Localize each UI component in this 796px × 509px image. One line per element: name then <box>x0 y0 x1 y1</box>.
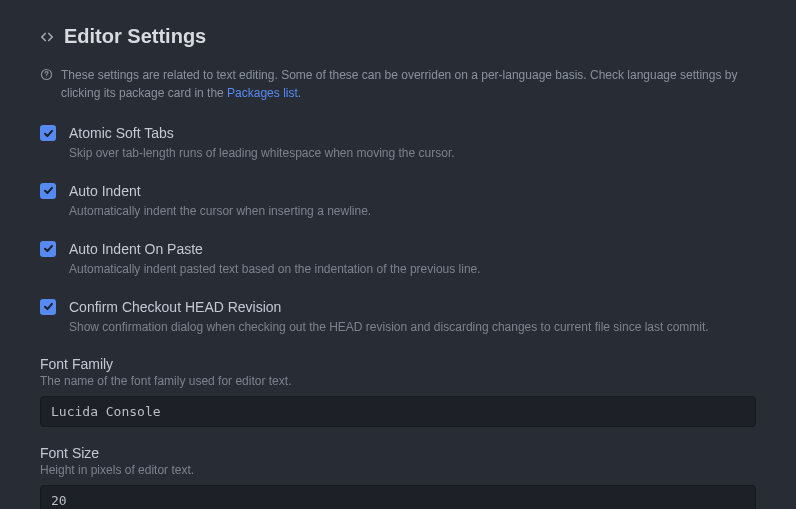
setting-label: Confirm Checkout HEAD Revision <box>69 298 756 316</box>
font-size-input[interactable] <box>40 485 756 509</box>
checkbox-atomic-soft-tabs[interactable] <box>40 125 56 141</box>
setting-desc: Automatically indent pasted text based o… <box>69 261 756 278</box>
checkbox-confirm-checkout-head[interactable] <box>40 299 56 315</box>
font-family-input[interactable] <box>40 396 756 427</box>
field-desc: Height in pixels of editor text. <box>40 463 756 477</box>
packages-list-link[interactable]: Packages list <box>227 86 298 100</box>
setting-auto-indent: Auto Indent Automatically indent the cur… <box>40 182 756 220</box>
setting-auto-indent-on-paste: Auto Indent On Paste Automatically inden… <box>40 240 756 278</box>
setting-label: Auto Indent On Paste <box>69 240 756 258</box>
intro-note: These settings are related to text editi… <box>40 66 756 102</box>
intro-prefix: These settings are related to text editi… <box>61 68 737 100</box>
question-circle-icon <box>40 66 53 81</box>
field-font-size: Font Size Height in pixels of editor tex… <box>40 445 756 509</box>
page-title-row: Editor Settings <box>40 25 756 48</box>
field-font-family: Font Family The name of the font family … <box>40 356 756 427</box>
page-title: Editor Settings <box>64 25 206 48</box>
svg-point-1 <box>46 77 47 78</box>
checkbox-auto-indent-on-paste[interactable] <box>40 241 56 257</box>
intro-text: These settings are related to text editi… <box>61 66 756 102</box>
setting-label: Atomic Soft Tabs <box>69 124 756 142</box>
code-icon <box>40 30 54 44</box>
setting-label: Auto Indent <box>69 182 756 200</box>
setting-desc: Automatically indent the cursor when ins… <box>69 203 756 220</box>
setting-confirm-checkout-head: Confirm Checkout HEAD Revision Show conf… <box>40 298 756 336</box>
setting-desc: Show confirmation dialog when checking o… <box>69 319 756 336</box>
setting-atomic-soft-tabs: Atomic Soft Tabs Skip over tab-length ru… <box>40 124 756 162</box>
setting-desc: Skip over tab-length runs of leading whi… <box>69 145 756 162</box>
field-label: Font Family <box>40 356 756 372</box>
field-label: Font Size <box>40 445 756 461</box>
checkbox-auto-indent[interactable] <box>40 183 56 199</box>
field-desc: The name of the font family used for edi… <box>40 374 756 388</box>
intro-suffix: . <box>298 86 301 100</box>
